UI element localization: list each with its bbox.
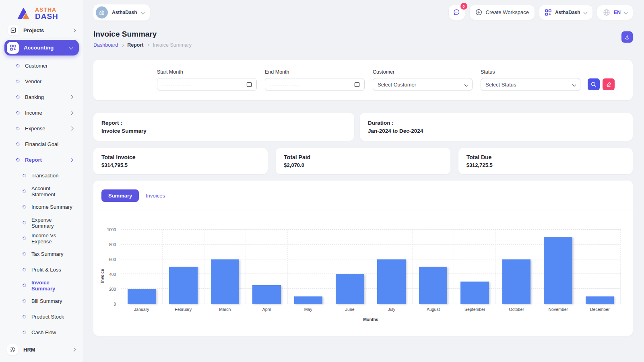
create-workspace-button[interactable]: Create Workspace (470, 5, 535, 20)
y-tick-label: 200 (109, 287, 116, 292)
chat-badge: 0 (460, 3, 467, 10)
x-tick-label: June (329, 307, 371, 312)
chat-button[interactable]: 0 (449, 5, 465, 20)
bullet-icon (15, 110, 21, 115)
sidebar-item-vendor[interactable]: Vendor (0, 74, 83, 89)
total-invoice-label: Total Invoice (101, 154, 260, 160)
chart-column-february (162, 230, 204, 304)
end-month-label: End Month (265, 69, 365, 75)
bullet-icon (15, 142, 21, 147)
chevron-right-icon (70, 127, 74, 131)
end-month-input[interactable] (270, 82, 351, 88)
language-label: EN (614, 10, 621, 15)
sidebar-item-income-summary[interactable]: Income Summary (0, 199, 83, 215)
sidebar-item-account-statement[interactable]: Account Statement (0, 183, 83, 199)
sidebar-item-transaction[interactable]: Transaction (0, 168, 83, 183)
download-icon (624, 34, 630, 40)
x-tick-label: July (371, 307, 413, 312)
sidebar-item-hrm[interactable]: HRM (0, 340, 83, 362)
breadcrumb: Dashboard Report Invoice Summary (93, 42, 633, 48)
sidebar-item-projects[interactable]: Projects (0, 24, 83, 37)
sidebar-item-accounting[interactable]: Accounting (4, 40, 79, 56)
duration-card-value: Jan-2024 to Dec-2024 (368, 128, 625, 134)
accounting-items: CustomerVendorBankingIncomeExpenseFinanc… (0, 58, 83, 168)
chevron-right-icon (70, 111, 74, 115)
bar-april (252, 285, 281, 304)
sidebar-item-report[interactable]: Report (0, 152, 83, 168)
status-select-value: Select Status (485, 82, 570, 88)
bullet-icon (22, 173, 27, 178)
bar-august (419, 267, 448, 304)
language-selector[interactable]: EN (597, 5, 633, 20)
chevron-down-icon (583, 10, 587, 14)
sidebar-item-expense-summary[interactable]: Expense Summary (0, 215, 83, 230)
sidebar-item-invoice-summary[interactable]: Invoice Summary (0, 278, 83, 293)
chart-column-september (454, 230, 495, 304)
breadcrumb-dashboard[interactable]: Dashboard (93, 42, 118, 48)
sidebar-item-label: Banking (25, 94, 70, 100)
sidebar-item-label: Transaction (31, 173, 73, 179)
calendar-icon[interactable] (354, 82, 360, 87)
bar-may (294, 296, 323, 304)
sidebar-item-customer[interactable]: Customer (0, 58, 83, 74)
sidebar-item-label: HRM (23, 347, 72, 353)
bar-december (586, 296, 614, 304)
chart-column-march (204, 230, 246, 304)
tab-invoices[interactable]: Invoices (146, 193, 165, 199)
x-tick-label: November (537, 307, 579, 312)
grid-plus-icon (7, 42, 19, 54)
bullet-icon (22, 283, 27, 288)
sidebar-item-tax-summary[interactable]: Tax Summary (0, 246, 83, 262)
sidebar-item-profit-loss[interactable]: Profit & Loss (0, 262, 83, 278)
y-tick-label: 0 (114, 302, 116, 306)
search-button[interactable] (588, 78, 600, 90)
total-due-value: $312,725.5 (466, 162, 625, 168)
breadcrumb-report[interactable]: Report (127, 42, 143, 48)
chart-xlabels: JanuaryFebruaryMarchAprilMayJuneJulyAugu… (121, 307, 621, 312)
sidebar-item-product-stock[interactable]: Product Stock (0, 309, 83, 325)
tabs-divider (93, 210, 633, 210)
clear-filter-button[interactable] (603, 78, 615, 90)
sidebar-item-financial-goal[interactable]: Financial Goal (0, 136, 83, 152)
chevron-right-icon (70, 95, 74, 99)
plus-circle-icon (475, 9, 482, 16)
sidebar-item-label: Income Vs Expense (31, 232, 73, 245)
calendar-icon[interactable] (246, 82, 252, 87)
sidebar-item-cash-flow[interactable]: Cash Flow (0, 325, 83, 340)
chevron-down-icon (624, 10, 628, 14)
sidebar-item-label: Accounting (24, 45, 70, 51)
workspace-selector[interactable]: AsthaDash (93, 4, 150, 21)
bullet-icon (22, 298, 27, 304)
chevron-right-icon (70, 158, 74, 162)
download-button[interactable] (621, 31, 633, 43)
sidebar-item-label: Income (25, 110, 70, 116)
app-logo: ASTHA DASH (0, 0, 83, 24)
chart-yaxis: 02004006008001000 (93, 230, 116, 304)
sidebar-item-label: Profit & Loss (31, 267, 73, 273)
sidebar-item-income-vs-expense[interactable]: Income Vs Expense (0, 230, 83, 246)
sidebar-item-expense[interactable]: Expense (0, 121, 83, 136)
start-month-input[interactable] (162, 82, 243, 88)
total-invoice-card: Total Invoice $314,795.5 (93, 148, 268, 174)
customer-select[interactable]: Select Customer (373, 78, 473, 91)
bullet-icon (22, 189, 27, 194)
customer-select-value: Select Customer (378, 82, 462, 88)
bullet-icon (15, 79, 21, 84)
sidebar-item-bill-summary[interactable]: Bill Summary (0, 293, 83, 309)
sidebar-item-label: Vendor (25, 78, 73, 84)
report-card-label: Report : (101, 120, 346, 126)
chart-column-december (579, 230, 621, 304)
chevron-down-icon (140, 10, 144, 14)
page-title: Invoice Summary (93, 30, 633, 39)
sidebar-item-label: Report (25, 157, 70, 163)
checkbox-icon (8, 25, 19, 35)
workspace-switcher-button[interactable]: AsthaDash (539, 5, 592, 20)
sidebar-item-banking[interactable]: Banking (0, 89, 83, 105)
sidebar-item-income[interactable]: Income (0, 105, 83, 121)
tab-summary[interactable]: Summary (101, 189, 139, 202)
chart-card: Summary Invoices Invoice 020040060080010… (93, 181, 633, 336)
status-select[interactable]: Select Status (481, 78, 580, 91)
tabs: Summary Invoices (93, 189, 633, 202)
sidebar-item-label: Invoice Summary (31, 280, 73, 292)
sidebar: ASTHA DASH Projects Accounting CustomerV… (0, 0, 83, 362)
